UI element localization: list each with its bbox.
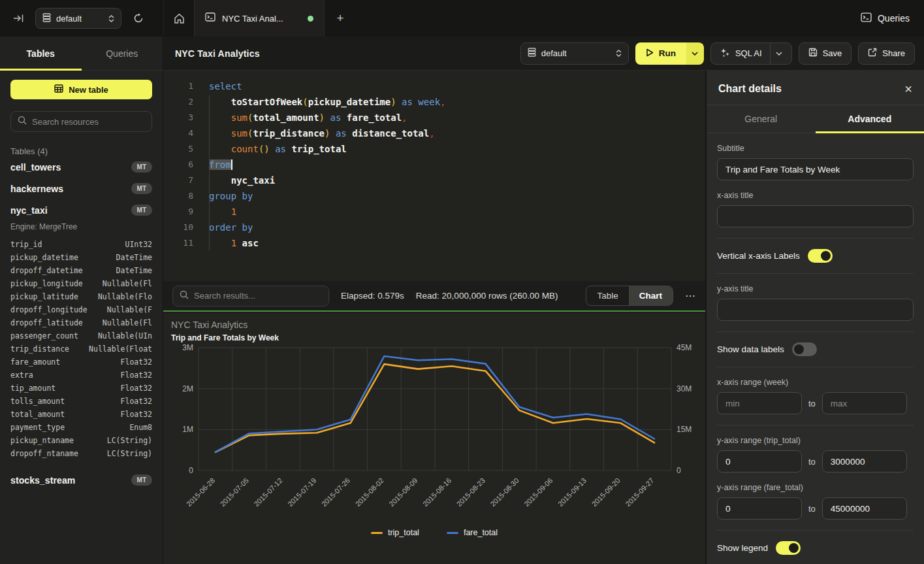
database-icon [42, 13, 51, 24]
run-button[interactable]: Run [635, 42, 686, 65]
code-text: select [193, 78, 242, 94]
line-number: 5 [163, 141, 193, 157]
code-text: from [193, 157, 232, 173]
chart-title: NYC Taxi Analytics [171, 320, 697, 330]
y-trip-min-field[interactable] [717, 450, 802, 473]
show-legend-toggle[interactable] [776, 541, 801, 555]
table-view-tab[interactable]: Table [586, 286, 628, 305]
legend-item-trip_total[interactable]: trip_total [371, 528, 419, 537]
column-name: tolls_amount [10, 395, 65, 408]
legend-swatch [371, 532, 383, 534]
rows-read-stat: Read: 20,000,000 rows (260.00 MB) [416, 291, 558, 301]
collapse-sidebar-icon[interactable] [9, 9, 27, 27]
refresh-icon[interactable] [129, 9, 148, 27]
table-list-item[interactable]: hackernewsMT [10, 178, 152, 199]
x-axis-label: 2015-07-19 [286, 476, 317, 508]
show-data-labels-toggle[interactable] [792, 342, 817, 356]
y-axis-title-field[interactable] [717, 299, 914, 321]
y-trip-max-field[interactable] [822, 450, 907, 473]
table-name: hackernews [10, 184, 63, 194]
line-chart[interactable]: 01M2M3M015M30M45M2015-06-282015-07-05201… [171, 342, 697, 524]
tab-advanced[interactable]: Advanced [816, 105, 924, 133]
database-selector[interactable]: default [520, 42, 629, 65]
subtitle-field[interactable] [717, 158, 914, 180]
new-table-button[interactable]: New table [10, 80, 152, 99]
code-line: 10order by [163, 220, 705, 235]
run-options-caret[interactable] [686, 42, 704, 65]
sidebar-tab-queries[interactable]: Queries [82, 37, 163, 70]
tables-list: cell_towersMThackernewsMTnyc_taxiMTEngin… [10, 156, 152, 491]
sql-editor[interactable]: 1select2 toStartOfWeek(pickup_datetime) … [163, 71, 705, 281]
x-axis-title-field[interactable] [717, 205, 914, 227]
database-selector-value: default [541, 48, 611, 58]
column-name: dropoff_latitude [10, 316, 83, 329]
view-toggle: Table Chart [586, 286, 673, 306]
terminal-icon [861, 12, 872, 24]
code-text: 1 asc [193, 235, 259, 251]
engine-badge: MT [131, 161, 152, 173]
search-icon [180, 290, 189, 302]
svg-text:2M: 2M [182, 384, 193, 393]
database-selector[interactable]: default [35, 8, 121, 29]
search-resources-input[interactable] [32, 117, 145, 127]
new-tab-button[interactable]: + [325, 0, 356, 37]
more-options-icon[interactable]: ⋯ [685, 290, 696, 302]
y-fare-min-field[interactable] [717, 497, 802, 520]
queries-button[interactable]: Queries [861, 12, 910, 24]
close-icon[interactable]: × [904, 82, 912, 95]
line-number: 2 [163, 94, 193, 110]
sql-ai-caret[interactable] [770, 43, 782, 64]
x-axis-label: 2015-09-13 [556, 476, 588, 508]
sidebar-search [10, 111, 152, 132]
svg-text:1M: 1M [182, 425, 193, 434]
tab-nyc-taxi-analytics[interactable]: NYC Taxi Anal... [194, 0, 325, 37]
y-fare-max-field[interactable] [822, 497, 907, 520]
sidebar-tabs: Tables Queries [0, 37, 163, 71]
database-icon [528, 48, 536, 59]
column-type: Enum8 [129, 421, 152, 434]
sql-ai-label: SQL AI [735, 48, 762, 58]
table-list-item[interactable]: stocks_streamMT [10, 469, 152, 491]
table-list-item[interactable]: cell_towersMT [10, 156, 152, 178]
column-type: DateTime [116, 251, 152, 264]
to-label: to [808, 399, 816, 408]
sidebar-body: New table Tables (4) cell_towersMThacker… [0, 71, 163, 500]
svg-text:30M: 30M [677, 384, 692, 393]
vertical-x-axis-labels-toggle[interactable] [808, 249, 833, 263]
chevron-updown-icon [108, 15, 114, 22]
column-name: payment_type [10, 421, 65, 434]
app-root: default NYC Taxi Anal... + [0, 0, 924, 564]
x-range-max-field[interactable] [822, 392, 907, 414]
x-axis-label: 2015-09-27 [624, 476, 655, 508]
share-label: Share [882, 48, 905, 58]
unsaved-changes-dot [308, 16, 313, 22]
share-button[interactable]: Share [858, 42, 915, 65]
line-number: 6 [163, 157, 193, 173]
x-range-min-field[interactable] [717, 392, 802, 414]
legend-item-fare_total[interactable]: fare_total [447, 528, 498, 537]
sql-ai-button[interactable]: SQL AI [710, 42, 792, 65]
column-row: tolls_amountFloat32 [10, 395, 152, 408]
column-name: dropoff_ntaname [10, 447, 78, 460]
tab-general[interactable]: General [707, 105, 816, 133]
table-grid-icon [54, 84, 63, 95]
table-list-item[interactable]: nyc_taxiMT [10, 199, 152, 221]
chart-subtitle: Trip and Fare Totals by Week [171, 333, 697, 342]
column-type: UInt32 [125, 238, 152, 251]
column-row: pickup_ntanameLC(String) [10, 434, 152, 447]
sidebar-tab-tables[interactable]: Tables [0, 37, 82, 70]
line-number: 7 [163, 173, 193, 188]
column-row: pickup_latitudeNullable(Flo [10, 290, 152, 303]
home-tab[interactable] [163, 0, 194, 37]
code-line: 8group by [163, 188, 705, 204]
x-axis-label: 2015-08-02 [354, 476, 385, 508]
save-button[interactable]: Save [799, 42, 852, 65]
column-name: pickup_ntaname [10, 434, 74, 447]
run-button-group: Run [635, 42, 704, 65]
details-body: Subtitle x-axis title Vertical x-axis La… [707, 133, 924, 564]
chart-details-panel: Chart details × General Advanced Subtitl… [705, 71, 924, 564]
search-results-input[interactable] [194, 291, 322, 301]
code-line: 9 1 [163, 204, 705, 220]
legend-label: trip_total [388, 528, 419, 537]
chart-view-tab[interactable]: Chart [629, 286, 673, 305]
